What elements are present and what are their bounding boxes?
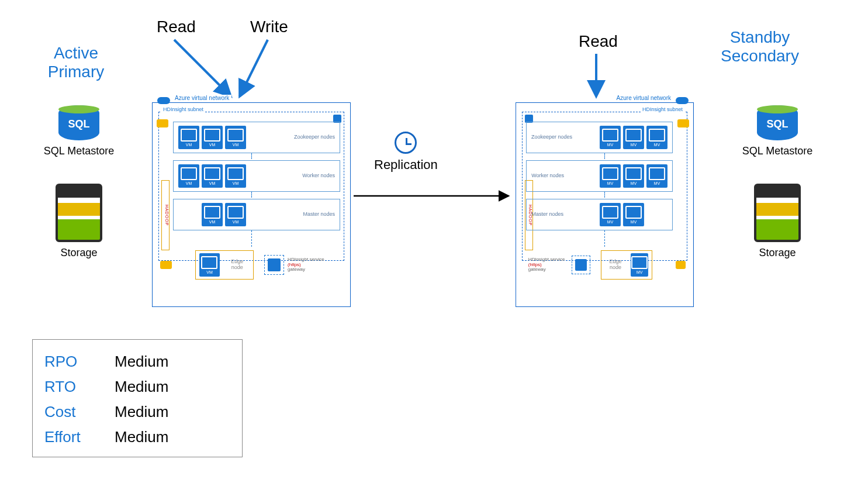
vm-icon xyxy=(199,253,220,277)
vnet-primary: Azure virtual network HDInsight subnet H… xyxy=(152,102,351,307)
tier-label-zookeeper: Zookeeper nodes xyxy=(294,135,335,140)
sql-metastore-label-left: SQL Metastore xyxy=(29,145,129,157)
hadoop-badge-icon xyxy=(676,261,686,269)
storage-label-right: Storage xyxy=(728,247,827,259)
storage-label-left: Storage xyxy=(29,247,129,259)
label-read-primary: Read xyxy=(157,18,196,36)
metrics-row: Effort Medium xyxy=(44,425,230,450)
connector-icon xyxy=(604,192,605,198)
tier-master: Master nodes xyxy=(526,199,673,230)
vm-icon xyxy=(202,126,223,149)
gateway-icon xyxy=(264,255,284,275)
vm-icon xyxy=(178,164,199,188)
hadoop-badge-icon xyxy=(157,119,168,127)
subnet-label: HDInsight subnet xyxy=(161,106,205,112)
metric-val-rpo: Medium xyxy=(115,349,168,374)
vm-icon xyxy=(202,203,223,226)
vnet-title: Azure virtual network xyxy=(172,95,231,101)
tier-label-zookeeper: Zookeeper nodes xyxy=(531,135,572,140)
subnet-label: HDInsight subnet xyxy=(641,106,684,112)
metric-val-rto: Medium xyxy=(115,374,168,399)
subnet-box: HDInsight subnet HADOOP Zookeeper nodes … xyxy=(158,112,344,261)
primary-side-stack: SQL SQL Metastore Storage xyxy=(29,105,129,259)
sql-database-icon: SQL xyxy=(58,105,99,140)
connector-icon xyxy=(251,153,252,159)
edge-node-label: Edge node xyxy=(224,259,250,271)
gateway-label: HDInsight service (https) gateway xyxy=(528,257,568,273)
tier-zookeeper: Zookeeper nodes xyxy=(526,122,673,153)
tier-master: Master nodes xyxy=(173,199,340,230)
storage-icon xyxy=(56,184,102,242)
tier-worker: Worker nodes xyxy=(173,160,340,192)
vm-icon xyxy=(623,164,644,188)
vm-icon xyxy=(178,126,199,149)
connector-icon xyxy=(251,230,252,247)
tier-label-master: Master nodes xyxy=(303,212,335,218)
edge-node-label: Edge node xyxy=(605,259,626,271)
sql-badge-text: SQL xyxy=(757,118,798,130)
hadoop-badge-icon xyxy=(160,261,172,269)
metric-val-effort: Medium xyxy=(115,425,168,450)
subnet-box: HDInsight subnet HADOOP Zookeeper nodes … xyxy=(522,112,687,261)
tier-zookeeper: Zookeeper nodes xyxy=(173,122,340,153)
sql-database-icon: SQL xyxy=(757,105,798,140)
tier-worker: Worker nodes xyxy=(526,160,673,192)
label-active-primary: Active Primary xyxy=(35,44,117,81)
vm-icon xyxy=(623,203,644,226)
hadoop-band: HADOOP xyxy=(161,180,170,250)
hadoop-badge-icon xyxy=(677,119,689,127)
connector-icon xyxy=(251,192,252,198)
svg-line-0 xyxy=(174,40,231,96)
replication-block: Replication xyxy=(374,132,438,173)
vm-icon xyxy=(631,253,648,277)
metrics-row: RTO Medium xyxy=(44,374,230,399)
tier-label-worker: Worker nodes xyxy=(531,173,564,179)
edge-node-box: Edge node xyxy=(195,250,254,280)
vm-icon xyxy=(600,203,621,226)
storage-icon xyxy=(754,184,801,242)
tier-label-worker: Worker nodes xyxy=(302,173,335,179)
metrics-row: Cost Medium xyxy=(44,399,230,425)
tier-label-master: Master nodes xyxy=(531,212,563,218)
edge-node-box: Edge node xyxy=(601,250,652,280)
cloud-icon xyxy=(157,97,170,104)
label-read-secondary: Read xyxy=(579,32,618,51)
metric-key-effort: Effort xyxy=(44,425,115,450)
connector-icon xyxy=(604,230,605,247)
vm-icon xyxy=(623,126,644,149)
vm-icon xyxy=(225,203,246,226)
replication-label: Replication xyxy=(374,157,438,173)
cloud-icon xyxy=(676,97,689,104)
metrics-row: RPO Medium xyxy=(44,349,230,374)
label-write-primary: Write xyxy=(250,18,288,36)
sql-badge-text: SQL xyxy=(58,118,99,130)
vm-icon xyxy=(600,126,621,149)
clock-icon xyxy=(395,132,417,154)
vnet-title: Azure virtual network xyxy=(614,95,673,101)
metric-key-rpo: RPO xyxy=(44,349,115,374)
label-standby-secondary: Standby Secondary xyxy=(701,28,818,65)
metrics-table: RPO Medium RTO Medium Cost Medium Effort… xyxy=(32,339,243,457)
vm-icon xyxy=(600,164,621,188)
vm-icon xyxy=(225,126,246,149)
svg-line-1 xyxy=(240,40,268,96)
connector-icon xyxy=(604,153,605,159)
metric-val-cost: Medium xyxy=(115,399,168,425)
secondary-side-stack: SQL SQL Metastore Storage xyxy=(728,105,827,259)
gateway-label: HDInsight service (https) gateway xyxy=(288,257,338,273)
metric-key-rto: RTO xyxy=(44,374,115,399)
vm-icon xyxy=(646,164,668,188)
vm-icon xyxy=(646,126,668,149)
metric-key-cost: Cost xyxy=(44,399,115,425)
sql-metastore-label-right: SQL Metastore xyxy=(728,145,827,157)
vnet-secondary: Azure virtual network HDInsight subnet H… xyxy=(516,102,694,307)
vm-icon xyxy=(225,164,246,188)
gateway-icon xyxy=(572,256,590,274)
vm-icon xyxy=(202,164,223,188)
